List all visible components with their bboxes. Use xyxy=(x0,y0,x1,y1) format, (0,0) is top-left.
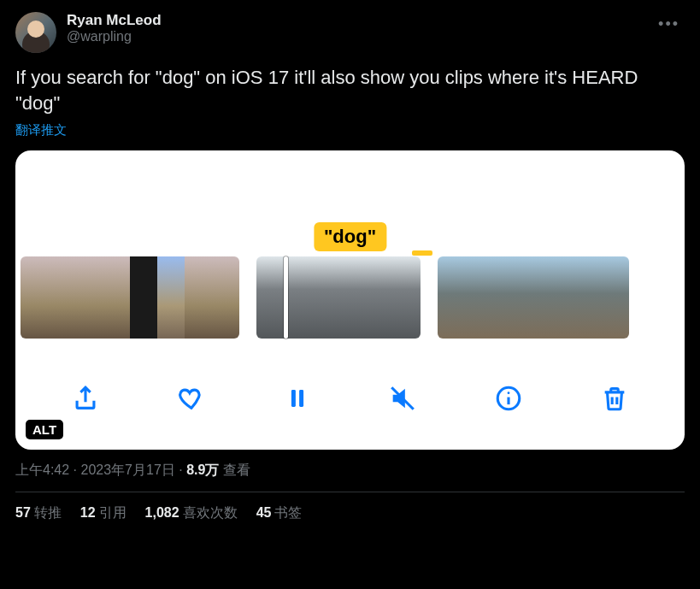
match-marker xyxy=(412,250,432,256)
tweet-meta: 上午4:42 · 2023年7月17日 · 8.9万 查看 xyxy=(15,462,685,480)
views-label: 查看 xyxy=(223,462,250,477)
more-icon[interactable]: ••• xyxy=(653,12,685,37)
info-icon[interactable] xyxy=(491,381,526,415)
alt-badge[interactable]: ALT xyxy=(26,420,63,439)
pause-icon[interactable] xyxy=(280,381,315,415)
stats-row: 57转推 12引用 1,082喜欢次数 45书签 xyxy=(15,504,685,522)
media-toolbar xyxy=(15,381,685,415)
clip-thumb[interactable] xyxy=(21,256,239,339)
search-term-chip: "dog" xyxy=(314,222,386,251)
stat-quotes[interactable]: 12引用 xyxy=(80,504,126,522)
translate-link[interactable]: 翻译推文 xyxy=(15,122,67,138)
media-attachment[interactable]: "dog" ALT xyxy=(15,150,685,450)
svg-rect-0 xyxy=(291,390,295,407)
share-icon[interactable] xyxy=(68,381,103,415)
meta-time[interactable]: 上午4:42 xyxy=(15,462,69,477)
svg-point-5 xyxy=(508,392,510,395)
meta-date[interactable]: 2023年7月17日 xyxy=(80,462,174,477)
heart-icon[interactable] xyxy=(174,381,209,415)
tweet-header: Ryan McLeod @warpling ••• xyxy=(15,12,685,53)
svg-rect-1 xyxy=(299,390,303,407)
stat-likes[interactable]: 1,082喜欢次数 xyxy=(145,504,238,522)
author-names[interactable]: Ryan McLeod @warpling xyxy=(67,12,653,44)
tweet-text: If you search for "dog" on iOS 17 it'll … xyxy=(15,65,685,115)
mute-icon[interactable] xyxy=(385,381,420,415)
avatar[interactable] xyxy=(15,12,56,53)
divider xyxy=(15,492,685,492)
trash-icon[interactable] xyxy=(597,381,632,415)
stat-bookmarks[interactable]: 45书签 xyxy=(256,504,303,522)
handle: @warpling xyxy=(67,29,653,44)
tweet-container: Ryan McLeod @warpling ••• If you search … xyxy=(0,0,700,522)
clip-thumb[interactable] xyxy=(438,256,629,339)
views-count: 8.9万 xyxy=(186,462,219,477)
clip-thumb[interactable] xyxy=(256,256,421,339)
video-timeline[interactable] xyxy=(15,256,685,339)
stat-retweets[interactable]: 57转推 xyxy=(15,504,62,522)
display-name: Ryan McLeod xyxy=(67,12,653,29)
playhead[interactable] xyxy=(284,256,288,339)
